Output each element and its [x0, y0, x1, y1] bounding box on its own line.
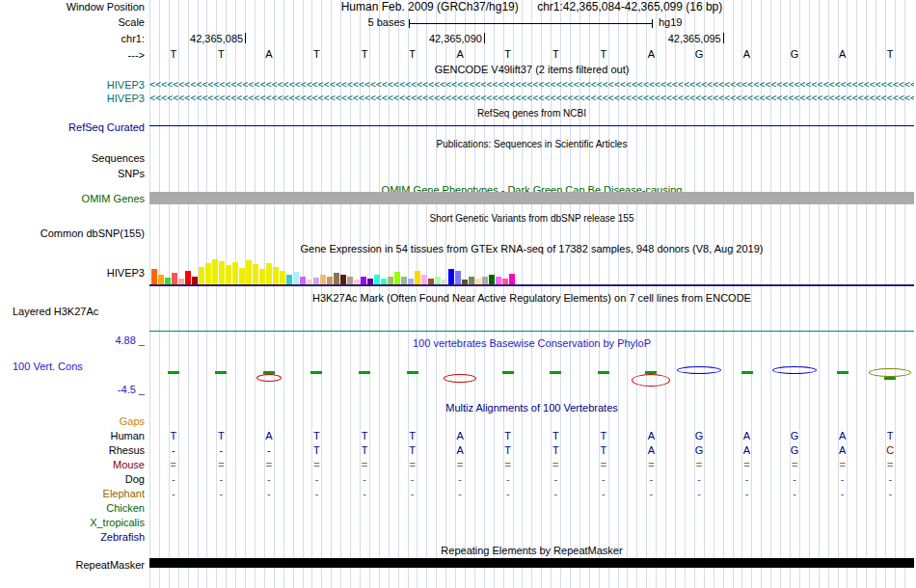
gtex-expression-bar[interactable] [300, 277, 306, 284]
gtex-expression-bar[interactable] [307, 280, 312, 284]
gtex-expression-bar[interactable] [212, 259, 218, 284]
multiz-species-zebrafish[interactable]: Zebrafish [100, 531, 145, 543]
gtex-expression-bar[interactable] [455, 271, 461, 284]
gtex-expression-bar[interactable] [178, 279, 184, 284]
phylop-negative-arc [444, 374, 476, 383]
gtex-expression-bar[interactable] [408, 279, 414, 284]
alignment-cell: T [362, 444, 368, 456]
publications-snps-label[interactable]: SNPs [118, 168, 145, 180]
gtex-expression-bar[interactable] [293, 272, 299, 284]
multiz-species-mouse[interactable]: Mouse [113, 459, 145, 470]
gtex-expression-bar[interactable] [158, 275, 164, 284]
gtex-expression-bar[interactable] [435, 277, 441, 284]
alignment-cell: A [743, 430, 750, 441]
gtex-expression-bar[interactable] [374, 275, 380, 284]
phylop-label[interactable]: 100 Vert. Cons [13, 361, 83, 373]
multiz-species-gaps[interactable]: Gaps [120, 415, 145, 427]
omim-genes-label[interactable]: OMIM Genes [82, 193, 145, 205]
base-letter: G [695, 48, 704, 60]
gtex-expression-bar[interactable] [151, 269, 157, 284]
base-letter: A [265, 48, 272, 60]
multiz-species-x-tropicalis[interactable]: X_tropicalis [90, 517, 145, 528]
gene-hivep3-1[interactable]: <<<<<<<<<<<<<<<<<<<<<<<<<<<<<<<<<<<<<<<<… [149, 80, 914, 90]
phylop-positive-mark [310, 371, 322, 374]
gtex-expression-bar[interactable] [469, 277, 474, 284]
gtex-expression-bar[interactable] [482, 277, 488, 284]
gtex-expression-bar[interactable] [475, 279, 481, 284]
gtex-expression-bar[interactable] [448, 269, 454, 284]
gtex-expression-bar[interactable] [489, 275, 495, 284]
alignment-cell: = [266, 459, 272, 470]
gtex-expression-bar[interactable] [246, 260, 252, 284]
gtex-expression-bar[interactable] [381, 279, 387, 284]
gtex-expression-bar[interactable] [327, 277, 333, 284]
dbsnp-label[interactable]: Common dbSNP(155) [40, 227, 145, 240]
refseq-curated-label[interactable]: RefSeq Curated [68, 121, 145, 134]
gtex-expression-bar[interactable] [320, 275, 326, 284]
gtex-expression-bar[interactable] [185, 271, 191, 284]
gtex-expression-bar[interactable] [239, 268, 245, 284]
base-letter: A [456, 48, 463, 60]
multiz-species-chicken[interactable]: Chicken [106, 502, 145, 514]
repeatmasker-label[interactable]: RepeatMasker [75, 559, 145, 572]
gtex-expression-bar[interactable] [496, 277, 501, 284]
multiz-species-elephant[interactable]: Elephant [103, 488, 145, 499]
gtex-expression-bar[interactable] [367, 279, 373, 284]
gtex-gene-label[interactable]: HIVEP3 [107, 267, 145, 280]
phylop-positive-mark [359, 371, 370, 374]
gtex-expression-bar[interactable] [165, 278, 171, 284]
h3k27ac-baseline[interactable] [149, 331, 914, 332]
alignment-cell: - [267, 473, 271, 485]
gtex-expression-bar[interactable] [394, 272, 400, 284]
gtex-expression-bar[interactable] [219, 261, 225, 284]
gtex-expression-bar[interactable] [421, 275, 427, 284]
gtex-expression-bar[interactable] [388, 277, 393, 284]
gtex-expression-bar[interactable] [340, 275, 346, 284]
gtex-expression-bar[interactable] [266, 263, 272, 284]
gene-label-hivep3-1[interactable]: HIVEP3 [107, 79, 145, 92]
gtex-expression-bar[interactable] [509, 274, 515, 284]
h3k27ac-label[interactable]: Layered H3K27Ac [13, 306, 98, 318]
gtex-expression-bar[interactable] [172, 273, 177, 284]
phylop-negative-arc [256, 374, 282, 382]
coordinate-label: 42,365,085 [190, 33, 243, 44]
gtex-expression-bar[interactable] [205, 263, 211, 284]
gtex-expression-bar[interactable] [273, 267, 279, 284]
refseq-gene-line[interactable] [149, 125, 914, 126]
repeatmasker-bar[interactable] [149, 558, 914, 568]
alignment-cell: - [602, 488, 606, 499]
gtex-expression-bar[interactable] [259, 269, 265, 284]
gene-label-hivep3-2[interactable]: HIVEP3 [107, 93, 145, 105]
alignment-cell: = [171, 459, 176, 470]
gtex-expression-bar[interactable] [462, 280, 468, 284]
gtex-expression-bar[interactable] [415, 271, 420, 284]
window-position-header: Human Feb. 2009 (GRCh37/hg19) chr1:42,36… [149, 1, 914, 13]
omim-gene-bar[interactable] [149, 192, 914, 204]
gtex-expression-bar[interactable] [401, 277, 407, 284]
gtex-expression-bar[interactable] [192, 277, 198, 284]
alignment-cell: = [696, 459, 702, 470]
gtex-expression-bar[interactable] [232, 262, 238, 284]
gtex-expression-bar[interactable] [354, 280, 360, 284]
multiz-species-dog[interactable]: Dog [125, 473, 145, 485]
gtex-expression-bar[interactable] [428, 279, 434, 284]
dbsnp-track-title: Short Genetic Variants from dbSNP releas… [149, 213, 914, 225]
gtex-expression-bar[interactable] [334, 273, 339, 284]
gene-hivep3-2[interactable]: <<<<<<<<<<<<<<<<<<<<<<<<<<<<<<<<<<<<<<<<… [149, 94, 914, 103]
multiz-species-human[interactable]: Human [111, 430, 145, 441]
publications-sequences-label[interactable]: Sequences [92, 152, 145, 165]
alignment-cell: T [362, 430, 368, 441]
gtex-expression-bar[interactable] [286, 275, 292, 284]
gtex-expression-bar[interactable] [199, 267, 204, 284]
gtex-expression-bar[interactable] [253, 264, 258, 284]
gtex-expression-bar[interactable] [313, 278, 319, 284]
alignment-cell: T [313, 430, 320, 441]
multiz-species-rhesus[interactable]: Rhesus [109, 444, 145, 456]
gtex-expression-bar[interactable] [347, 277, 353, 284]
alignment-cell: T [552, 444, 559, 456]
gtex-expression-bar[interactable] [502, 279, 508, 284]
gtex-expression-bar[interactable] [280, 271, 285, 284]
gtex-expression-bar[interactable] [226, 265, 231, 284]
gtex-expression-bar[interactable] [442, 280, 447, 284]
gtex-expression-bar[interactable] [361, 277, 366, 284]
